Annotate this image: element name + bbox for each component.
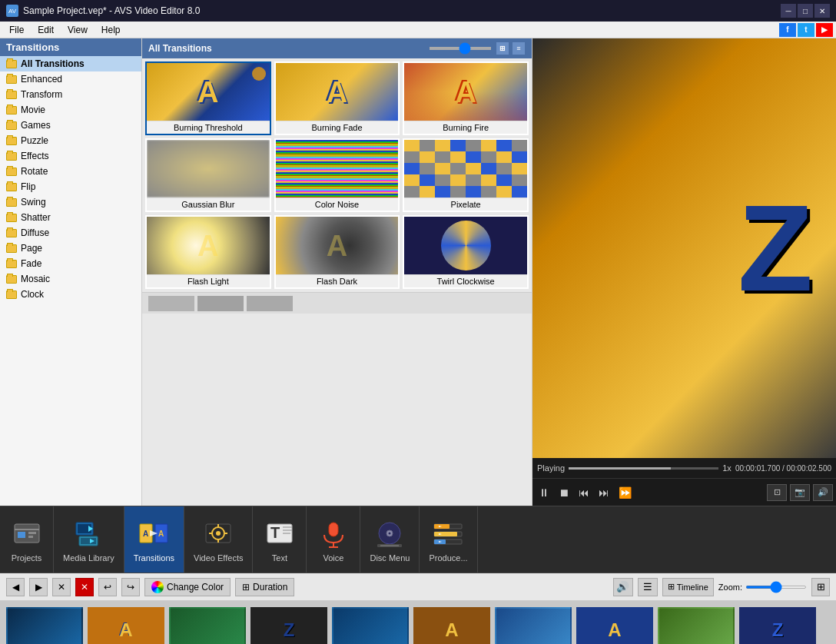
voice-icon xyxy=(317,516,350,550)
facebook-button[interactable]: f xyxy=(779,23,796,37)
media-item-diving11[interactable]: Diving11.avi xyxy=(495,607,572,644)
toolbar-item-text[interactable]: T Text xyxy=(253,506,307,573)
playback-progress-bar[interactable] xyxy=(569,467,718,470)
transitions-label: Transitions xyxy=(134,553,174,563)
close-button[interactable]: ✕ xyxy=(814,4,830,18)
snapshot-button[interactable]: 📷 xyxy=(790,484,810,501)
media-item-diving09[interactable]: Diving09.avi xyxy=(169,607,246,644)
transition-item-gaussian-blur[interactable]: Gaussian Blur xyxy=(145,138,271,212)
sidebar-item-rotate[interactable]: Rotate xyxy=(0,164,141,179)
zoom-slider[interactable] xyxy=(745,586,807,589)
list-view-timeline-button[interactable]: ☰ xyxy=(638,578,658,596)
media-thumb-diving09 xyxy=(169,607,246,644)
sidebar-item-all-transitions[interactable]: All Transitions xyxy=(0,56,141,71)
stop-button[interactable]: ⏹ xyxy=(556,485,572,500)
folder-icon xyxy=(6,75,17,84)
grid-view-button[interactable]: ⊞ xyxy=(496,41,509,55)
nav-cancel-button[interactable]: ✕ xyxy=(52,578,71,596)
sidebar-item-movie[interactable]: Movie xyxy=(0,102,141,118)
volume-icon-button[interactable]: 🔊 xyxy=(613,578,633,596)
size-slider[interactable] xyxy=(430,47,491,50)
letter-a-icon: A xyxy=(197,75,218,108)
color-wheel-icon xyxy=(151,581,164,593)
list-view-button[interactable]: ≡ xyxy=(512,41,526,55)
media-item-trans-2[interactable]: Z xyxy=(250,607,327,644)
menu-edit[interactable]: Edit xyxy=(32,23,60,37)
sidebar-item-transform[interactable]: Transform xyxy=(0,87,141,102)
media-thumb-trans-5: Z xyxy=(739,607,816,644)
menu-help[interactable]: Help xyxy=(95,23,127,37)
menu-file[interactable]: File xyxy=(3,23,30,37)
text-label: Text xyxy=(272,553,287,563)
folder-icon xyxy=(6,290,17,299)
menu-view[interactable]: View xyxy=(61,23,94,37)
sidebar-item-page[interactable]: Page xyxy=(0,241,141,256)
nav-stop-button[interactable]: ✕ xyxy=(75,578,94,596)
transition-item-twirl-clockwise[interactable]: Twirl Clockwise xyxy=(403,215,529,289)
nav-undo-button[interactable]: ↩ xyxy=(98,578,117,596)
sidebar-item-clock[interactable]: Clock xyxy=(0,287,141,302)
transition-item-flash-light[interactable]: A Flash Light xyxy=(145,215,271,289)
sidebar-item-effects[interactable]: Effects xyxy=(0,148,141,164)
title-bar-controls[interactable]: ─ □ ✕ xyxy=(781,4,830,18)
sidebar-item-diffuse[interactable]: Diffuse xyxy=(0,225,141,241)
skip-forward-button[interactable]: ⏭ xyxy=(595,485,612,500)
sidebar-item-enhanced[interactable]: Enhanced xyxy=(0,71,141,87)
media-item-trans-4[interactable]: A xyxy=(576,607,653,644)
toolbar-item-disc-menu[interactable]: Disc Menu xyxy=(360,506,420,573)
sidebar-item-shatter[interactable]: Shatter xyxy=(0,210,141,225)
timeline-mode-button[interactable]: ⊞ Timeline xyxy=(662,578,714,596)
media-grid: Diving08.avi A Diving09.avi Z Diving xyxy=(6,607,830,644)
media-item-trans-5[interactable]: Z xyxy=(739,607,816,644)
left-panel-title: Transitions xyxy=(0,38,141,56)
sidebar-item-flip[interactable]: Flip xyxy=(0,179,141,194)
sidebar-item-games[interactable]: Games xyxy=(0,118,141,133)
transition-item-burning-fire[interactable]: A Burning Fire xyxy=(403,61,529,135)
toolbar-item-media-library[interactable]: Media Library xyxy=(54,506,124,573)
toolbar-item-transitions[interactable]: A A Transitions xyxy=(124,506,184,573)
nav-redo-button[interactable]: ↪ xyxy=(121,578,140,596)
folder-icon xyxy=(6,121,17,130)
media-item-trans-1[interactable]: A xyxy=(88,607,164,644)
transition-item-burning-threshold[interactable]: A Burning Threshold xyxy=(145,61,271,135)
pause-button[interactable]: ⏸ xyxy=(536,485,552,500)
transition-item-color-noise[interactable]: Color Noise xyxy=(274,138,400,212)
maximize-button[interactable]: □ xyxy=(798,4,813,18)
media-item-trans-3[interactable]: A xyxy=(413,607,490,644)
svg-text:A: A xyxy=(143,529,148,538)
folder-icon xyxy=(6,152,17,161)
sidebar-item-puzzle[interactable]: Puzzle xyxy=(0,133,141,148)
toolbar-item-projects[interactable]: Projects xyxy=(0,506,54,573)
more-thumb-2 xyxy=(197,296,244,311)
volume-button[interactable]: 🔊 xyxy=(813,484,833,501)
toolbar-item-video-effects[interactable]: Video Effects xyxy=(184,506,253,573)
transition-label-twirl-clockwise: Twirl Clockwise xyxy=(404,274,527,287)
fast-forward-button[interactable]: ⏩ xyxy=(615,485,635,500)
sidebar-item-swing[interactable]: Swing xyxy=(0,194,141,210)
skip-back-button[interactable]: ⏮ xyxy=(576,485,592,500)
change-color-button[interactable]: Change Color xyxy=(144,578,231,596)
twitter-button[interactable]: t xyxy=(798,23,814,37)
svg-rect-28 xyxy=(329,523,338,536)
zoom-expand-button[interactable]: ⊞ xyxy=(811,578,830,596)
youtube-button[interactable]: ▶ xyxy=(816,23,833,37)
svg-rect-2 xyxy=(18,532,25,538)
transition-thumb-color-noise xyxy=(276,140,399,198)
media-item-diving10[interactable]: Diving10.avi xyxy=(332,607,409,644)
toolbar-item-voice[interactable]: Voice xyxy=(307,506,360,573)
transition-item-burning-fade[interactable]: A Burning Fade xyxy=(274,61,400,135)
minimize-button[interactable]: ─ xyxy=(781,4,796,18)
nav-back-button[interactable]: ◀ xyxy=(6,578,25,596)
sidebar-item-fade[interactable]: Fade xyxy=(0,256,141,271)
playback-controls: ⏸ ⏹ ⏮ ⏭ ⏩ xyxy=(536,485,635,500)
fullscreen-button[interactable]: ⊡ xyxy=(767,484,787,501)
toolbar-item-produce[interactable]: Produce... xyxy=(420,506,477,573)
media-item-diving08[interactable]: Diving08.avi xyxy=(6,607,83,644)
transition-item-flash-dark[interactable]: A Flash Dark xyxy=(274,215,400,289)
sidebar-item-mosaic[interactable]: Mosaic xyxy=(0,271,141,287)
media-item-diving12[interactable]: Diving12.avi xyxy=(658,607,735,644)
transition-item-pixelate[interactable]: Pixelate xyxy=(403,138,529,212)
duration-button[interactable]: ⊞ Duration xyxy=(235,578,294,596)
nav-forward-button[interactable]: ▶ xyxy=(29,578,48,596)
letter-a-icon: A xyxy=(327,75,347,108)
